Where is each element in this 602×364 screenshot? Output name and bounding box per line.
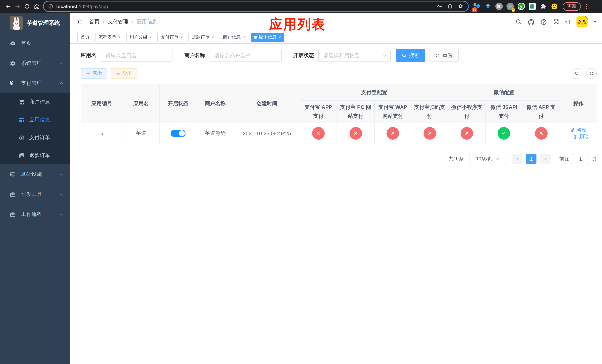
- password-key-icon[interactable]: [437, 3, 442, 9]
- search-form: 应用名 商户名称 开启状态 请选择开启状态: [81, 49, 597, 62]
- site-info-icon[interactable]: [48, 4, 53, 9]
- tab-user-group[interactable]: 用户分组×: [126, 32, 155, 42]
- reload-icon[interactable]: [22, 1, 32, 11]
- sidebar-item-home[interactable]: 首页: [0, 33, 70, 53]
- status-select[interactable]: 请选择开启状态: [318, 49, 391, 62]
- cell-alipay-pc: ✕: [337, 123, 375, 144]
- top-navbar: 首页 / 支付管理 / 应用信息: [70, 13, 602, 31]
- close-icon[interactable]: ×: [243, 35, 245, 39]
- toggle-search-button[interactable]: [572, 68, 582, 79]
- sidebar-item-workflow[interactable]: 工作流程: [0, 204, 70, 225]
- tab-app-info[interactable]: 应用信息×: [251, 32, 284, 42]
- page-size-select[interactable]: 10条/页: [469, 154, 506, 164]
- close-icon[interactable]: ×: [211, 35, 214, 39]
- close-icon[interactable]: ×: [149, 35, 152, 39]
- extension-badge: 1: [511, 8, 515, 12]
- gear-icon: [10, 60, 16, 66]
- col-header-app-name: 应用名: [123, 84, 159, 123]
- sidebar-item-app-info[interactable]: 应用信息: [0, 111, 70, 129]
- merchant-name-input[interactable]: [210, 49, 282, 62]
- cell-wx-mini: ✕: [448, 123, 485, 144]
- channel-status-icon: ✕: [423, 127, 436, 139]
- sidebar-item-dev-tools[interactable]: 研发工具: [0, 184, 70, 204]
- translate-extension-icon[interactable]: 10: [473, 2, 481, 10]
- trash-icon: [573, 134, 578, 139]
- sidebar-collapse-icon[interactable]: [76, 18, 83, 25]
- sidebar-item-label: 系统管理: [21, 60, 42, 67]
- header-search-icon[interactable]: [515, 19, 522, 25]
- delete-link[interactable]: 删除: [573, 133, 589, 140]
- next-page-button[interactable]: [540, 154, 550, 164]
- y-extension-icon[interactable]: y: [517, 2, 525, 10]
- sidebar-item-label: 商户信息: [29, 99, 50, 106]
- edit-link[interactable]: 修改: [570, 127, 586, 133]
- fullscreen-icon[interactable]: [553, 19, 559, 25]
- export-button[interactable]: 导出: [111, 68, 137, 79]
- app-logo-row[interactable]: 芋道管理系统: [0, 13, 70, 33]
- download-icon: [116, 71, 120, 76]
- sidebar-item-refund-orders[interactable]: 退款订单: [0, 147, 70, 164]
- forward-icon[interactable]: [13, 1, 22, 11]
- back-icon[interactable]: [3, 1, 13, 11]
- sidebar-item-label: 基础设施: [21, 171, 42, 178]
- screen: localhost:1024/pay/app 10: [0, 0, 602, 364]
- sidebar-item-pay-orders[interactable]: 支付订单: [0, 129, 70, 147]
- channel-status-icon: ✓: [498, 127, 510, 139]
- close-icon[interactable]: ×: [118, 35, 121, 39]
- github-icon[interactable]: [527, 18, 535, 25]
- emoji-extension-icon[interactable]: [550, 2, 558, 10]
- close-icon[interactable]: ×: [279, 35, 281, 39]
- home-icon[interactable]: [32, 1, 42, 11]
- col-header-alipay-app: 支付宝 APP 支付: [300, 101, 337, 123]
- sidebar-item-label: 支付管理: [21, 80, 42, 87]
- col-header-actions: 操作: [560, 84, 597, 123]
- goto-page-input[interactable]: [572, 154, 589, 164]
- prev-page-button[interactable]: [512, 154, 522, 164]
- breadcrumb-separator: /: [103, 19, 104, 25]
- breadcrumb-home[interactable]: 首页: [89, 19, 100, 25]
- recorder-extension-icon[interactable]: 1: [506, 2, 514, 10]
- refresh-table-button[interactable]: [586, 68, 597, 79]
- tab-process-form[interactable]: 流程表单×: [95, 32, 124, 42]
- share-icon[interactable]: [447, 3, 453, 9]
- chat-extension-icon[interactable]: [528, 2, 536, 10]
- user-avatar[interactable]: [576, 16, 588, 27]
- chevron-down-icon: [59, 212, 64, 217]
- pencil-icon: [570, 127, 575, 132]
- sidebar-item-system[interactable]: 系统管理: [0, 53, 70, 73]
- sidebar-item-label: 退款订单: [29, 152, 50, 159]
- chevron-down-icon: [59, 172, 64, 177]
- sidebar-item-infrastructure[interactable]: 基础设施: [0, 164, 70, 184]
- browser-menu-icon[interactable]: [584, 2, 589, 10]
- puzzle-extensions-icon[interactable]: [539, 2, 547, 10]
- kite-extension-icon[interactable]: [484, 2, 492, 10]
- address-bar[interactable]: localhost:1024/pay/app: [44, 1, 468, 11]
- app-name-input[interactable]: [101, 49, 173, 62]
- tags-view-bar: 首页 流程表单× 用户分组× 支付订单× 退款订单× 商户信息× 应用信息×: [70, 31, 602, 44]
- reset-button[interactable]: 重置: [429, 49, 459, 62]
- command-extension-icon[interactable]: ⌘: [495, 2, 503, 10]
- status-toggle[interactable]: [171, 130, 185, 137]
- add-button[interactable]: 新增: [81, 68, 107, 79]
- tab-pay-orders[interactable]: 支付订单×: [157, 32, 186, 42]
- extension-badge: 10: [472, 8, 477, 12]
- sidebar-item-merchant-info[interactable]: 商户信息: [0, 93, 70, 111]
- close-icon[interactable]: ×: [180, 35, 183, 39]
- help-icon[interactable]: [540, 18, 547, 25]
- tab-home[interactable]: 首页: [77, 32, 93, 42]
- tab-refund-orders[interactable]: 退款订单×: [188, 32, 217, 42]
- sidebar-item-label: 研发工具: [21, 191, 42, 198]
- page-title-annotation: 应用列表: [269, 16, 325, 34]
- app-name-label: 应用名: [81, 52, 96, 59]
- avatar-caret-icon[interactable]: [593, 21, 597, 23]
- sidebar-item-label: 应用信息: [29, 117, 50, 123]
- tab-merchant-info[interactable]: 商户信息×: [220, 32, 248, 42]
- table-row: 6 芋道 芋道源码 2021-10-23 08:49:25 ✕ ✕ ✕ ✕ ✕ …: [81, 123, 597, 144]
- page-number-button[interactable]: 1: [526, 154, 537, 164]
- browser-update-button[interactable]: 更新: [563, 2, 581, 11]
- font-size-icon[interactable]: TT: [565, 19, 571, 25]
- sidebar-item-payment[interactable]: ¥ 支付管理: [0, 73, 70, 93]
- search-button[interactable]: 搜索: [396, 49, 425, 62]
- breadcrumb-payment[interactable]: 支付管理: [108, 19, 129, 25]
- bookmark-star-icon[interactable]: [458, 3, 463, 9]
